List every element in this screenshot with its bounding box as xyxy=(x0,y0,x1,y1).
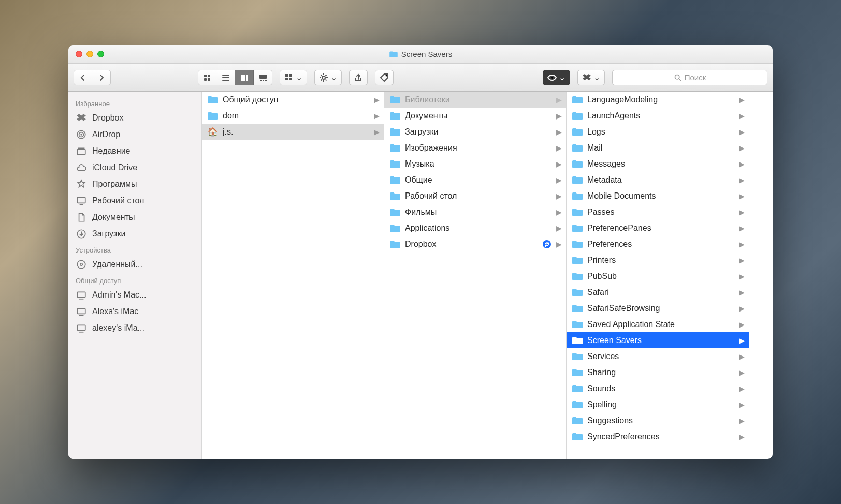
list-view-button[interactable] xyxy=(216,70,235,85)
folder-icon xyxy=(572,95,583,105)
window-title: Screen Savers xyxy=(68,50,773,58)
chevron-right-icon: ▶ xyxy=(739,96,745,104)
minimize-button[interactable] xyxy=(86,51,93,57)
sidebar-item[interactable]: alexey's iMa... xyxy=(68,320,201,336)
file-label: Рабочий стол xyxy=(405,191,552,201)
back-button[interactable] xyxy=(74,70,92,85)
file-row[interactable]: Mobile Documents▶ xyxy=(567,188,749,204)
file-label: Общий доступ xyxy=(223,95,370,105)
sidebar-item[interactable]: Alexa's iMac xyxy=(68,303,201,320)
file-label: Sounds xyxy=(587,384,735,393)
chevron-right-icon: ▶ xyxy=(556,176,562,184)
file-row[interactable]: Services▶ xyxy=(567,348,749,364)
computer-icon xyxy=(76,306,87,317)
column: Общий доступ▶dom▶🏠j.s.▶ xyxy=(202,92,384,459)
arrange-button[interactable]: ⌄ xyxy=(280,70,307,85)
sidebar-item[interactable]: Документы xyxy=(68,209,201,226)
file-row[interactable]: Dropbox▶ xyxy=(384,236,566,252)
file-row[interactable]: SafariSafeBrowsing▶ xyxy=(567,300,749,316)
file-row[interactable]: Saved Application State▶ xyxy=(567,316,749,332)
file-row[interactable]: Spelling▶ xyxy=(567,396,749,412)
file-row[interactable]: Загрузки▶ xyxy=(384,124,566,140)
file-row[interactable]: Screen Savers▶ xyxy=(567,332,749,348)
folder-icon xyxy=(572,416,583,425)
sidebar-item[interactable]: AirDrop xyxy=(68,126,201,143)
file-row[interactable]: Applications▶ xyxy=(384,220,566,236)
file-row[interactable]: Printers▶ xyxy=(567,252,749,268)
computer-icon xyxy=(76,289,87,301)
chevron-right-icon: ▶ xyxy=(739,320,745,329)
sidebar-item[interactable]: iCloud Drive xyxy=(68,159,201,176)
file-row[interactable]: Logs▶ xyxy=(567,124,749,140)
gallery-view-button[interactable] xyxy=(254,70,272,85)
file-row[interactable]: Safari▶ xyxy=(567,284,749,300)
file-label: Applications xyxy=(405,224,552,233)
file-row[interactable]: Metadata▶ xyxy=(567,172,749,188)
file-label: Документы xyxy=(405,111,552,121)
folder-icon xyxy=(572,304,583,313)
sidebar-item[interactable]: Admin's Mac... xyxy=(68,287,201,303)
close-button[interactable] xyxy=(76,51,82,57)
sidebar-item-label: Alexa's iMac xyxy=(92,307,138,316)
file-row[interactable]: Библиотеки▶ xyxy=(384,92,566,108)
file-row[interactable]: Общие▶ xyxy=(384,172,566,188)
fullscreen-button[interactable] xyxy=(97,51,104,57)
sidebar-item[interactable]: Загрузки xyxy=(68,226,201,242)
file-row[interactable]: Изображения▶ xyxy=(384,140,566,156)
file-row[interactable]: Музыка▶ xyxy=(384,156,566,172)
forward-button[interactable] xyxy=(92,70,111,85)
file-row[interactable]: Preferences▶ xyxy=(567,236,749,252)
folder-icon xyxy=(572,432,583,441)
search-field[interactable]: Поиск xyxy=(612,70,767,85)
chevron-right-icon: ▶ xyxy=(556,208,562,216)
file-row[interactable]: PubSub▶ xyxy=(567,268,749,284)
sidebar-item[interactable]: Удаленный... xyxy=(68,256,201,273)
chevron-right-icon: ▶ xyxy=(739,192,745,200)
chevron-right-icon: ▶ xyxy=(739,433,745,441)
folder-icon xyxy=(572,224,583,233)
file-label: Passes xyxy=(587,207,735,217)
file-row[interactable]: LaunchAgents▶ xyxy=(567,108,749,124)
quicklook-button[interactable]: ⌄ xyxy=(543,70,570,85)
folder-icon xyxy=(389,240,401,249)
folder-icon xyxy=(572,288,583,297)
file-row[interactable]: Фильмы▶ xyxy=(384,204,566,220)
file-row[interactable]: Sounds▶ xyxy=(567,380,749,396)
file-row[interactable]: Общий доступ▶ xyxy=(202,92,384,108)
disc-icon xyxy=(76,259,87,270)
file-row[interactable]: LanguageModeling▶ xyxy=(567,92,749,108)
icloud-icon xyxy=(76,162,87,173)
file-row[interactable]: Suggestions▶ xyxy=(567,412,749,428)
folder-icon xyxy=(572,207,583,217)
file-row[interactable]: PreferencePanes▶ xyxy=(567,220,749,236)
share-button[interactable] xyxy=(349,70,368,85)
file-row[interactable]: Mail▶ xyxy=(567,140,749,156)
sidebar-item[interactable]: Недавние xyxy=(68,143,201,159)
file-row[interactable]: Рабочий стол▶ xyxy=(384,188,566,204)
sidebar-item-label: iCloud Drive xyxy=(92,163,137,172)
home-icon: 🏠 xyxy=(207,127,219,137)
window-controls xyxy=(76,51,104,57)
sidebar-item-label: AirDrop xyxy=(92,130,120,139)
file-row[interactable]: Документы▶ xyxy=(384,108,566,124)
sidebar-item[interactable]: Рабочий стол xyxy=(68,192,201,209)
dropbox-toolbar-button[interactable]: ⌄ xyxy=(577,70,605,85)
folder-icon xyxy=(572,191,583,201)
sidebar-item[interactable]: Программы xyxy=(68,176,201,192)
icon-view-button[interactable] xyxy=(198,70,216,85)
file-row[interactable]: Sharing▶ xyxy=(567,364,749,380)
file-row[interactable]: Passes▶ xyxy=(567,204,749,220)
chevron-right-icon: ▶ xyxy=(374,128,380,136)
file-row[interactable]: Messages▶ xyxy=(567,156,749,172)
sidebar-item-label: alexey's iMa... xyxy=(92,323,144,333)
tags-button[interactable] xyxy=(375,70,394,85)
file-row[interactable]: SyncedPreferences▶ xyxy=(567,428,749,444)
column-view-button[interactable] xyxy=(235,70,254,85)
file-row[interactable]: 🏠j.s.▶ xyxy=(202,124,384,140)
sidebar-item[interactable]: Dropbox xyxy=(68,110,201,126)
file-label: Messages xyxy=(587,159,735,169)
chevron-right-icon: ▶ xyxy=(556,144,562,152)
dropbox-icon xyxy=(76,112,87,124)
action-button[interactable]: ⌄ xyxy=(314,70,342,85)
file-row[interactable]: dom▶ xyxy=(202,108,384,124)
